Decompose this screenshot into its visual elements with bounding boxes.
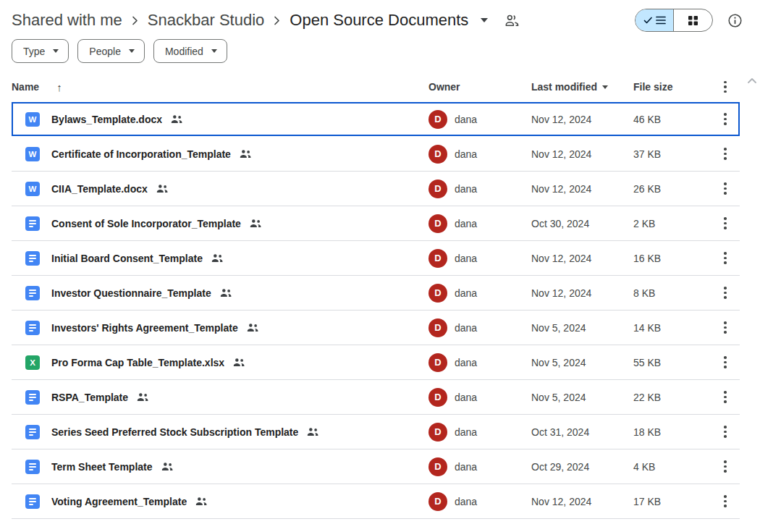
check-icon bbox=[643, 17, 653, 25]
file-size-value: 8 KB bbox=[633, 287, 711, 299]
table-row[interactable]: RSPA_Template D dana Nov 5, 2024 22 KB bbox=[12, 380, 740, 415]
table-row[interactable]: Investors' Rights Agreement_Template D d… bbox=[12, 311, 740, 345]
owner-avatar: D bbox=[428, 145, 447, 164]
file-name: Investor Questionnaire_Template bbox=[51, 287, 211, 299]
list-view-button[interactable] bbox=[636, 9, 674, 31]
owner-name: dana bbox=[455, 114, 477, 125]
column-file-size[interactable]: File size bbox=[633, 81, 711, 93]
row-actions-button[interactable] bbox=[719, 317, 731, 338]
folder-menu-caret-icon[interactable] bbox=[481, 18, 488, 22]
breadcrumb-current-folder[interactable]: Open Source Documents bbox=[290, 11, 468, 30]
row-actions-button[interactable] bbox=[719, 248, 731, 269]
sheets-file-icon: X bbox=[25, 355, 40, 370]
row-actions-button[interactable] bbox=[719, 213, 731, 234]
shared-people-icon bbox=[233, 358, 245, 367]
table-row[interactable]: Voting Agreement_Template D dana Nov 12,… bbox=[12, 484, 740, 519]
file-size-value: 46 KB bbox=[633, 114, 711, 125]
last-modified-value: Nov 5, 2024 bbox=[531, 357, 633, 368]
owner-name: dana bbox=[455, 183, 477, 195]
breadcrumb-shared-with-me[interactable]: Shared with me bbox=[12, 11, 122, 30]
owner-name: dana bbox=[455, 253, 477, 264]
table-row[interactable]: Series Seed Preferred Stock Subscription… bbox=[12, 415, 740, 449]
manage-members-icon[interactable] bbox=[504, 13, 520, 28]
shared-people-icon bbox=[220, 288, 232, 297]
grid-view-button[interactable] bbox=[674, 9, 712, 31]
chevron-right-icon bbox=[132, 15, 138, 26]
more-vertical-icon bbox=[724, 252, 727, 264]
top-actions bbox=[635, 9, 743, 32]
file-name: Bylaws_Template.docx bbox=[51, 114, 162, 125]
chevron-down-icon bbox=[211, 49, 217, 53]
table-row[interactable]: Term Sheet Template D dana Oct 29, 2024 … bbox=[12, 449, 740, 484]
file-size-value: 14 KB bbox=[633, 322, 711, 334]
owner-avatar: D bbox=[428, 180, 447, 198]
row-actions-button[interactable] bbox=[719, 352, 731, 373]
row-actions-button[interactable] bbox=[719, 282, 731, 303]
more-vertical-icon bbox=[724, 391, 727, 403]
table-row[interactable]: Consent of Sole Incorporator_Template D … bbox=[12, 206, 740, 241]
breadcrumb-snackbar-studio[interactable]: Snackbar Studio bbox=[148, 11, 264, 30]
docs-file-icon bbox=[25, 425, 40, 439]
last-modified-value: Oct 31, 2024 bbox=[531, 426, 633, 438]
docs-file-icon bbox=[25, 494, 40, 509]
last-modified-value: Nov 5, 2024 bbox=[531, 322, 633, 334]
shared-people-icon bbox=[171, 114, 183, 124]
owner-name: dana bbox=[455, 426, 477, 438]
table-row[interactable]: Initial Board Consent_Template D dana No… bbox=[12, 241, 740, 276]
table-row[interactable]: W Bylaws_Template.docx D dana Nov 12, 20… bbox=[12, 102, 740, 137]
word-file-icon: W bbox=[25, 182, 40, 196]
table-row[interactable]: Investor Questionnaire_Template D dana N… bbox=[12, 276, 740, 311]
file-size-value: 16 KB bbox=[633, 253, 711, 264]
last-modified-value: Oct 30, 2024 bbox=[531, 218, 633, 229]
breadcrumb: Shared with me Snackbar Studio Open Sour… bbox=[12, 11, 520, 30]
type-filter-chip[interactable]: Type bbox=[12, 39, 69, 63]
chevron-down-icon bbox=[53, 49, 59, 53]
more-vertical-icon bbox=[724, 113, 727, 125]
column-dropdown-icon[interactable] bbox=[602, 85, 608, 89]
row-actions-button[interactable] bbox=[719, 387, 731, 408]
column-name[interactable]: Name bbox=[12, 81, 39, 93]
owner-avatar: D bbox=[428, 423, 447, 442]
more-vertical-icon bbox=[724, 356, 727, 368]
file-list: W Bylaws_Template.docx D dana Nov 12, 20… bbox=[12, 102, 740, 519]
file-name: Investors' Rights Agreement_Template bbox=[51, 322, 238, 334]
owner-name: dana bbox=[455, 218, 477, 229]
more-vertical-icon bbox=[724, 148, 727, 160]
table-row[interactable]: W Certificate of Incorporation_Template … bbox=[12, 137, 740, 172]
row-actions-button[interactable] bbox=[719, 491, 731, 512]
column-owner[interactable]: Owner bbox=[428, 81, 531, 93]
file-size-value: 2 KB bbox=[633, 218, 711, 229]
row-actions-button[interactable] bbox=[719, 143, 731, 164]
list-icon bbox=[656, 16, 666, 25]
file-size-value: 18 KB bbox=[633, 426, 711, 438]
owner-avatar: D bbox=[428, 388, 447, 407]
file-name: Consent of Sole Incorporator_Template bbox=[51, 218, 241, 229]
column-last-modified[interactable]: Last modified bbox=[531, 81, 597, 93]
owner-avatar: D bbox=[428, 318, 447, 337]
scroll-up-indicator[interactable] bbox=[747, 74, 757, 87]
shared-people-icon bbox=[211, 253, 224, 263]
owner-avatar: D bbox=[428, 249, 447, 268]
file-size-value: 4 KB bbox=[633, 461, 711, 473]
info-icon bbox=[727, 13, 743, 28]
people-filter-chip[interactable]: People bbox=[77, 39, 145, 63]
more-vertical-icon bbox=[724, 495, 727, 507]
docs-file-icon bbox=[25, 251, 40, 266]
table-row[interactable]: X Pro Forma Cap Table_Template.xlsx D da… bbox=[12, 345, 740, 380]
chevron-right-icon bbox=[274, 15, 280, 26]
column-settings-button[interactable] bbox=[719, 77, 731, 98]
row-actions-button[interactable] bbox=[719, 109, 731, 130]
owner-name: dana bbox=[455, 287, 477, 299]
row-actions-button[interactable] bbox=[719, 421, 731, 442]
info-button[interactable] bbox=[727, 13, 743, 28]
table-row[interactable]: W CIIA_Template.docx D dana Nov 12, 2024… bbox=[12, 172, 740, 206]
docs-file-icon bbox=[25, 216, 40, 231]
last-modified-value: Nov 12, 2024 bbox=[531, 183, 633, 195]
sort-ascending-icon[interactable]: ↑ bbox=[56, 81, 62, 93]
shared-people-icon bbox=[137, 392, 149, 402]
row-actions-button[interactable] bbox=[719, 178, 731, 199]
modified-filter-chip[interactable]: Modified bbox=[153, 39, 227, 63]
row-actions-button[interactable] bbox=[719, 456, 731, 477]
owner-name: dana bbox=[455, 496, 477, 507]
last-modified-value: Nov 12, 2024 bbox=[531, 253, 633, 264]
